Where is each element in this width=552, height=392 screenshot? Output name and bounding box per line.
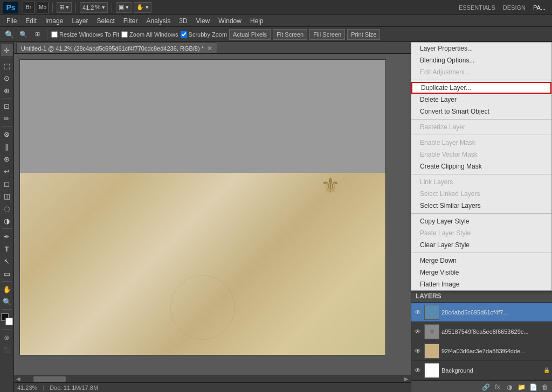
actual-pixels-btn[interactable]: Actual Pixels: [229, 29, 271, 40]
ctx-duplicate-layer[interactable]: Duplicate Layer...: [411, 82, 551, 94]
layers-footer: 🔗 fx ◑ 📁 📄 🗑: [411, 380, 552, 392]
shape-tool[interactable]: ▭: [1, 268, 13, 279]
eyedropper-tool[interactable]: ✏: [1, 113, 13, 124]
print-size-btn[interactable]: Print Size: [347, 29, 380, 40]
menu-layer[interactable]: Layer: [67, 15, 92, 27]
scroll-h-thumb[interactable]: [33, 376, 66, 382]
menu-3d[interactable]: 3D: [175, 15, 191, 27]
tab-pa[interactable]: PA...: [530, 3, 549, 12]
new-layer-btn[interactable]: 📄: [528, 382, 538, 392]
zoom-dropdown[interactable]: 41.2% ▾: [80, 2, 108, 13]
ctx-convert-smart-object[interactable]: Convert to Smart Object: [411, 106, 551, 117]
quick-select-tool[interactable]: ⊕: [1, 85, 13, 96]
zoom-all-checkbox[interactable]: [121, 31, 128, 38]
new-group-btn[interactable]: 📁: [516, 382, 526, 392]
document-tab[interactable]: Untitled-1 @ 41.2% (28c4abd5c695d61cf4f7…: [16, 43, 217, 53]
tab-essentials[interactable]: ESSENTIALS: [456, 3, 499, 12]
history-brush-tool[interactable]: ↩: [1, 165, 13, 177]
canvas-container[interactable]: ⚜: [14, 54, 411, 375]
resize-windows-check[interactable]: Resize Windows To Fit: [51, 31, 119, 38]
status-bar: 41.23% | Doc: 11.1M/17.8M: [14, 382, 411, 392]
layer-eye-1[interactable]: 👁: [413, 308, 422, 317]
type-tool[interactable]: T: [1, 243, 13, 255]
add-style-btn[interactable]: fx: [493, 382, 502, 392]
mini-bridge-icon[interactable]: Mb: [37, 2, 49, 13]
resize-windows-checkbox[interactable]: [51, 31, 58, 38]
scrubby-zoom-check[interactable]: Scrubby Zoom: [181, 31, 227, 38]
scroll-left-btn[interactable]: ◀: [14, 376, 23, 382]
fit-screen-btn[interactable]: Fit Screen: [273, 29, 307, 40]
link-layers-btn[interactable]: 🔗: [481, 382, 491, 392]
layer-eye-2[interactable]: 👁: [413, 327, 422, 336]
layer-eye-3[interactable]: 👁: [413, 347, 422, 355]
layer-item-background[interactable]: 👁 Background 🔒: [411, 361, 552, 380]
ctx-layer-properties[interactable]: Layer Properties...: [411, 43, 551, 54]
brush-tool[interactable]: ∥: [1, 141, 13, 152]
ctx-create-clipping-mask[interactable]: Create Clipping Mask: [411, 160, 551, 172]
ctx-edit-adjustment: Edit Adjustment...: [411, 66, 551, 78]
zoom-tool[interactable]: 🔍: [1, 296, 13, 307]
move-tool[interactable]: ✛: [1, 44, 13, 56]
layer-item-2[interactable]: 👁 ⚙ a95187549f8ea5ee8f6653629c...: [411, 322, 552, 341]
blur-tool[interactable]: ◌: [1, 202, 13, 214]
zoom-100-icon[interactable]: ⊞: [31, 29, 43, 40]
menu-view[interactable]: View: [191, 15, 214, 27]
lasso-tool[interactable]: ⊙: [1, 72, 13, 84]
pen-tool[interactable]: ✒: [1, 230, 13, 242]
ctx-delete-layer[interactable]: Delete Layer: [411, 94, 551, 106]
menu-file[interactable]: File: [2, 15, 21, 27]
screen-mode[interactable]: ▣ ▾: [116, 2, 132, 13]
color-swatch[interactable]: [1, 313, 13, 325]
crop-tool[interactable]: ⊡: [1, 100, 13, 112]
eraser-tool[interactable]: ◻: [1, 178, 13, 190]
fill-screen-btn[interactable]: Fill Screen: [309, 29, 345, 40]
scroll-right-btn[interactable]: ▶: [402, 376, 411, 382]
mask-mode-tool[interactable]: ◎: [1, 331, 13, 343]
hand-tool[interactable]: ✋: [1, 283, 13, 295]
ctx-blending-options[interactable]: Blending Options...: [411, 54, 551, 66]
layer-name-1: 28c4abd5c695d61cf4f7...: [441, 309, 550, 316]
ctx-copy-layer-style[interactable]: Copy Layer Style: [411, 215, 551, 227]
ctx-merge-visible[interactable]: Merge Visible: [411, 267, 551, 278]
menu-analysis[interactable]: Analysis: [142, 15, 175, 27]
add-mask-btn[interactable]: ◑: [505, 382, 514, 392]
marquee-tool[interactable]: ⬚: [1, 60, 13, 72]
zoom-all-check[interactable]: Zoom All Windows: [121, 31, 178, 38]
ctx-sep2: [411, 119, 551, 120]
menu-select[interactable]: Select: [92, 15, 119, 27]
sep1: [52, 3, 53, 12]
layer-eye-background[interactable]: 👁: [413, 366, 422, 375]
tab-design[interactable]: DESIGN: [500, 3, 529, 12]
screen-mode-tool[interactable]: ⬛: [1, 344, 13, 355]
sep2: [75, 3, 76, 12]
ctx-flatten-image[interactable]: Flatten Image: [411, 278, 551, 290]
dodge-tool[interactable]: ◑: [1, 215, 13, 227]
zoom-out-icon[interactable]: 🔍: [17, 29, 29, 40]
layer-item-3[interactable]: 👁 92f4a03d6ac3e7da883f64dde...: [411, 341, 552, 361]
ctx-clear-layer-style[interactable]: Clear Layer Style: [411, 239, 551, 251]
options-bar: 🔍 🔍 ⊞ Resize Windows To Fit Zoom All Win…: [0, 27, 552, 42]
ctx-merge-down[interactable]: Merge Down: [411, 255, 551, 267]
menu-edit[interactable]: Edit: [21, 15, 41, 27]
menu-filter[interactable]: Filter: [119, 15, 142, 27]
spot-heal-tool[interactable]: ⊗: [1, 128, 13, 140]
ctx-sep5: [411, 213, 551, 214]
delete-layer-btn[interactable]: 🗑: [540, 382, 550, 392]
background-color[interactable]: [5, 318, 13, 325]
layer-item-1[interactable]: 👁 28c4abd5c695d61cf4f7...: [411, 303, 552, 322]
doc-tab-title: Untitled-1 @ 41.2% (28c4abd5c695d61cf4f7…: [21, 45, 204, 52]
zoom-in-icon[interactable]: 🔍: [3, 29, 15, 40]
path-select-tool[interactable]: ↖: [1, 255, 13, 267]
doc-tab-close[interactable]: ✕: [207, 45, 212, 52]
scrubby-zoom-checkbox[interactable]: [181, 31, 187, 38]
hand-tool[interactable]: ✋ ▾: [134, 2, 151, 13]
horizontal-scrollbar[interactable]: ◀ ▶: [14, 375, 411, 382]
gradient-tool[interactable]: ◫: [1, 190, 13, 202]
menu-window[interactable]: Window: [214, 15, 246, 27]
clone-tool[interactable]: ⊛: [1, 153, 13, 165]
bridge-icon[interactable]: Br: [23, 2, 34, 13]
arrange-dropdown[interactable]: ⊞ ▾: [57, 2, 72, 13]
menu-help[interactable]: Help: [246, 15, 268, 27]
ctx-select-similar-layers[interactable]: Select Similar Layers: [411, 200, 551, 212]
menu-image[interactable]: Image: [41, 15, 67, 27]
